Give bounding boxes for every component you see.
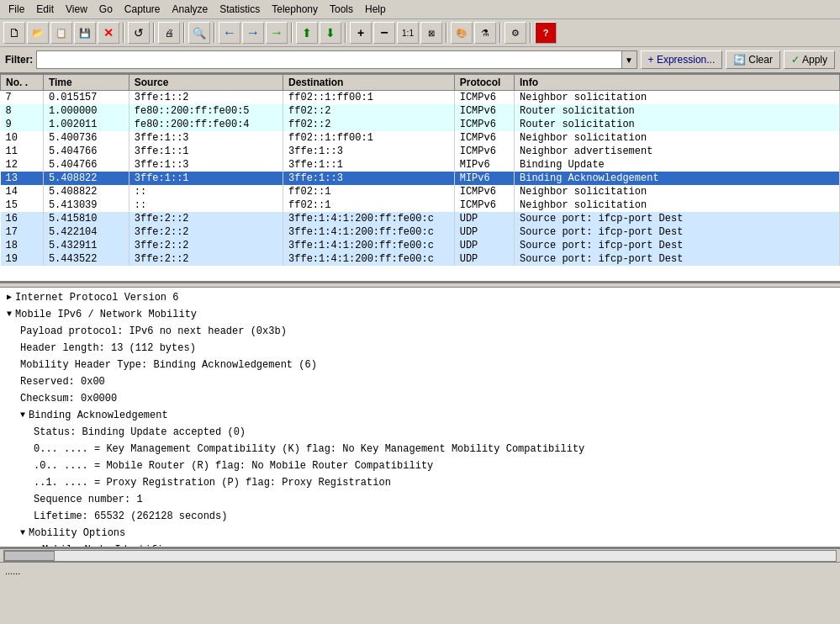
clear-icon: 🔄 [733,54,746,66]
zoom-out-button[interactable]: − [373,22,395,44]
zoom-100-button[interactable]: 1:1 [397,22,419,44]
menubar: File Edit View Go Capture Analyze Statis… [0,0,840,19]
detail-section-mobility-options[interactable]: ▼ Mobility Options [0,525,840,542]
menu-view[interactable]: View [61,2,92,17]
menu-capture[interactable]: Capture [119,2,166,17]
menu-telephony[interactable]: Telephony [267,2,323,17]
table-row[interactable]: 91.002011fe80::200:ff:fe00:4ff02::2ICMPv… [1,118,840,131]
filter-dropdown-button[interactable]: ▼ [621,51,637,68]
colorize-button[interactable]: 🎨 [451,22,473,44]
table-row[interactable]: 125.4047663ffe:1::33ffe:1::1MIPv6Binding… [1,158,840,172]
detail-ba-r-flag[interactable]: .0.. .... = Mobile Router (R) flag: No M… [0,457,840,474]
go-button[interactable]: → [266,22,288,44]
table-row[interactable]: 115.4047663ffe:1::13ffe:1::3ICMPv6Neighb… [1,145,840,158]
detail-reserved[interactable]: Reserved: 0x00 [0,373,840,390]
collapse-icon-ipv6[interactable]: ▶ [7,290,12,305]
statusbar: ...... [0,562,840,579]
detail-ba-p-flag[interactable]: ..1. .... = Proxy Registration (P) flag:… [0,474,840,491]
filter-input-wrap: ▼ [36,50,637,69]
detail-ba-status[interactable]: Status: Binding Update accepted (0) [0,424,840,441]
detail-label-mobility-options: Mobility Options [29,526,125,541]
sep7 [446,23,447,43]
hscroll-track[interactable] [3,550,837,562]
detail-checksum[interactable]: Checksum: 0x0000 [0,390,840,407]
sep1 [123,23,124,43]
col-header-dest[interactable]: Destination [283,75,455,91]
detail-section-ipv6[interactable]: ▶ Internet Protocol Version 6 [0,289,840,306]
new-capture-button[interactable]: 🗋 [3,22,25,44]
menu-help[interactable]: Help [360,2,391,17]
detail-section-binding-ack[interactable]: ▼ Binding Acknowledgement [0,407,840,424]
detail-text-mobility-header-type: Mobility Header Type: Binding Acknowledg… [20,359,317,371]
print-button[interactable]: 🖨 [158,22,180,44]
collapse-icon-binding-ack[interactable]: ▼ [20,408,25,423]
detail-text-ba-r-flag: .0.. .... = Mobile Router (R) flag: No M… [34,460,433,472]
detail-label-mipv6: Mobile IPv6 / Network Mobility [15,307,197,322]
menu-edit[interactable]: Edit [31,2,59,17]
detail-ba-k-flag[interactable]: 0... .... = Key Management Compatibility… [0,441,840,457]
col-header-info[interactable]: Info [514,75,839,91]
collapse-icon-mipv6[interactable]: ▼ [7,307,12,322]
close-file-button[interactable]: ✕ [98,22,119,44]
filter-input[interactable] [37,54,621,66]
filterbar: Filter: ▼ + Expression... 🔄 Clear ✓ Appl… [0,47,840,74]
detail-label-mobile-node-id: Mobile Node Identifier [42,542,175,548]
menu-tools[interactable]: Tools [325,2,358,17]
detail-ba-seqno[interactable]: Sequence number: 1 [0,491,840,508]
col-header-proto[interactable]: Protocol [454,75,514,91]
detail-ba-lifetime[interactable]: Lifetime: 65532 (262128 seconds) [0,508,840,525]
close-button[interactable]: 📋 [50,22,72,44]
bottom-button[interactable]: ⬇ [320,22,341,44]
detail-text-ba-seqno: Sequence number: 1 [34,494,143,505]
col-header-no[interactable]: No. . [1,75,44,91]
packet-detail[interactable]: ▶ Internet Protocol Version 6 ▼ Mobile I… [0,288,840,548]
table-row[interactable]: 70.0151573ffe:1::2ff02::1:ff00:1ICMPv6Ne… [1,91,840,105]
zoom-fit-button[interactable]: ⊠ [420,22,442,44]
detail-text-reserved: Reserved: 0x00 [20,376,105,388]
clear-button[interactable]: 🔄 Clear [726,50,780,69]
help-toolbar-button[interactable]: ? [535,22,557,44]
detail-mobility-header-type[interactable]: Mobility Header Type: Binding Acknowledg… [0,357,840,373]
save-button[interactable]: 💾 [74,22,96,44]
status-text: ...... [5,566,20,576]
menu-statistics[interactable]: Statistics [214,2,265,17]
table-row[interactable]: 195.4435223ffe:2::23ffe:1:4:1:200:ff:fe0… [1,252,840,266]
hscroll-thumb[interactable] [4,551,55,561]
filter-button[interactable]: ⚗ [474,22,496,44]
top-button[interactable]: ⬆ [296,22,318,44]
find-button[interactable]: 🔍 [188,22,210,44]
col-header-source[interactable]: Source [129,75,283,91]
apply-button[interactable]: ✓ Apply [784,50,835,69]
table-row[interactable]: 175.4221043ffe:2::23ffe:1:4:1:200:ff:fe0… [1,225,840,239]
sep5 [291,23,293,43]
back-button[interactable]: ← [219,22,240,44]
sep4 [214,23,215,43]
table-row[interactable]: 145.408822::ff02::1ICMPv6Neighbor solici… [1,185,840,198]
table-row[interactable]: 105.4007363ffe:1::3ff02::1:ff00:1ICMPv6N… [1,131,840,145]
open-button[interactable]: 📂 [27,22,49,44]
reload-button[interactable]: ↺ [128,22,150,44]
table-row[interactable]: 135.4088223ffe:1::13ffe:1::3MIPv6Binding… [1,172,840,185]
clear-label: Clear [748,54,773,66]
collapse-icon-mobile-node-id[interactable]: ▼ [34,542,39,548]
detail-section-mobile-node-id[interactable]: ▼ Mobile Node Identifier [0,542,840,548]
zoom-in-button[interactable]: + [350,22,372,44]
collapse-icon-mobility-options[interactable]: ▼ [20,526,25,541]
menu-go[interactable]: Go [94,2,118,17]
hscrollbar[interactable] [0,548,840,562]
detail-payload-proto[interactable]: Payload protocol: IPv6 no next header (0… [0,323,840,340]
detail-section-mipv6[interactable]: ▼ Mobile IPv6 / Network Mobility [0,306,840,323]
table-row[interactable]: 165.4158103ffe:2::23ffe:1:4:1:200:ff:fe0… [1,212,840,225]
col-header-time[interactable]: Time [43,75,129,91]
expression-button[interactable]: + Expression... [641,50,723,69]
sep3 [183,23,185,43]
packet-list[interactable]: No. . Time Source Destination Protocol I… [0,74,840,283]
table-row[interactable]: 81.000000fe80::200:ff:fe00:5ff02::2ICMPv… [1,104,840,118]
prefs-button[interactable]: ⚙ [505,22,526,44]
menu-analyze[interactable]: Analyze [167,2,214,17]
table-row[interactable]: 185.4329113ffe:2::23ffe:1:4:1:200:ff:fe0… [1,239,840,252]
table-row[interactable]: 155.413039::ff02::1ICMPv6Neighbor solici… [1,198,840,212]
detail-header-length[interactable]: Header length: 13 (112 bytes) [0,340,840,357]
menu-file[interactable]: File [3,2,29,17]
forward-button[interactable]: → [242,22,264,44]
